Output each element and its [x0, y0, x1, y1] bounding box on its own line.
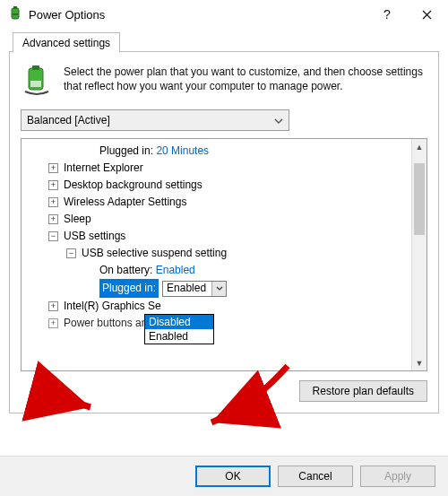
scroll-up-icon[interactable]: ▲ — [412, 139, 426, 154]
apply-button[interactable]: Apply — [360, 466, 435, 487]
tab-strip: Advanced settings — [9, 29, 439, 52]
tree-item-sleep[interactable]: + Sleep — [22, 211, 411, 228]
tree-scrollbar[interactable]: ▲ ▼ — [411, 139, 426, 370]
tree-truncated-top: + Plugged in: 20 Minutes — [22, 143, 411, 160]
dialog-button-row: OK Cancel Apply — [0, 456, 448, 496]
svg-rect-4 — [30, 81, 41, 87]
chevron-down-icon — [274, 114, 283, 126]
svg-rect-3 — [32, 65, 39, 70]
chevron-down-icon[interactable] — [211, 282, 226, 296]
settings-tree: + Plugged in: 20 Minutes + Internet Expl… — [21, 138, 427, 371]
tree-value-minutes[interactable]: 20 Minutes — [156, 143, 209, 160]
window-title: Power Options — [29, 8, 367, 22]
restore-defaults-button[interactable]: Restore plan defaults — [299, 380, 427, 402]
tree-item-intel-graphics[interactable]: + Intel(R) Graphics Se — [22, 298, 411, 315]
plugged-in-combo[interactable]: Enabled — [162, 281, 227, 297]
scroll-thumb[interactable] — [414, 163, 425, 235]
scroll-down-icon[interactable]: ▼ — [412, 355, 426, 370]
plugged-in-value: Enabled — [163, 280, 211, 297]
tree-item-ie[interactable]: + Internet Explorer — [22, 160, 411, 177]
expand-icon[interactable]: + — [48, 163, 58, 173]
svg-rect-0 — [12, 8, 19, 19]
tree-item-on-battery[interactable]: + On battery: Enabled — [22, 262, 411, 279]
expand-icon[interactable]: + — [48, 197, 58, 207]
expand-icon[interactable]: + — [48, 180, 58, 190]
tree-item-plugged-in[interactable]: + Plugged in: Enabled — [22, 279, 411, 298]
app-icon — [7, 6, 23, 22]
tree-item-usb-settings[interactable]: − USB settings — [22, 228, 411, 245]
tree-item-power-buttons[interactable]: + Power buttons and — [22, 315, 411, 332]
collapse-icon[interactable]: − — [48, 231, 58, 241]
titlebar: Power Options ? — [0, 0, 448, 29]
intro-row: Select the power plan that you want to c… — [21, 65, 427, 97]
svg-rect-1 — [13, 6, 17, 9]
power-plan-select[interactable]: Balanced [Active] — [21, 109, 289, 131]
dropdown-option-disabled[interactable]: Disabled — [145, 315, 213, 329]
tab-panel: Select the power plan that you want to c… — [9, 51, 439, 413]
tab-advanced-settings[interactable]: Advanced settings — [13, 32, 120, 53]
dropdown-option-enabled[interactable]: Enabled — [145, 329, 213, 344]
tree-label-plugged-in: Plugged in: — [99, 279, 159, 298]
scroll-track[interactable] — [412, 154, 426, 355]
ok-button[interactable]: OK — [195, 466, 271, 487]
expand-icon[interactable]: + — [48, 318, 58, 328]
tree-item-wireless-adapter[interactable]: + Wireless Adapter Settings — [22, 194, 411, 211]
tree-item-usb-selective-suspend[interactable]: − USB selective suspend setting — [22, 245, 411, 262]
intro-text: Select the power plan that you want to c… — [64, 65, 427, 97]
tree-item-desktop-background[interactable]: + Desktop background settings — [22, 177, 411, 194]
collapse-icon[interactable]: − — [66, 248, 76, 258]
power-plan-icon — [21, 65, 53, 97]
close-button[interactable] — [407, 1, 446, 28]
plugged-in-dropdown[interactable]: Disabled Enabled — [144, 314, 214, 344]
power-plan-selected: Balanced [Active] — [27, 114, 110, 126]
help-button[interactable]: ? — [367, 1, 407, 28]
expand-icon[interactable]: + — [48, 301, 58, 311]
tree-value-on-battery[interactable]: Enabled — [156, 262, 195, 279]
expand-icon[interactable]: + — [48, 214, 58, 224]
cancel-button[interactable]: Cancel — [278, 466, 353, 487]
